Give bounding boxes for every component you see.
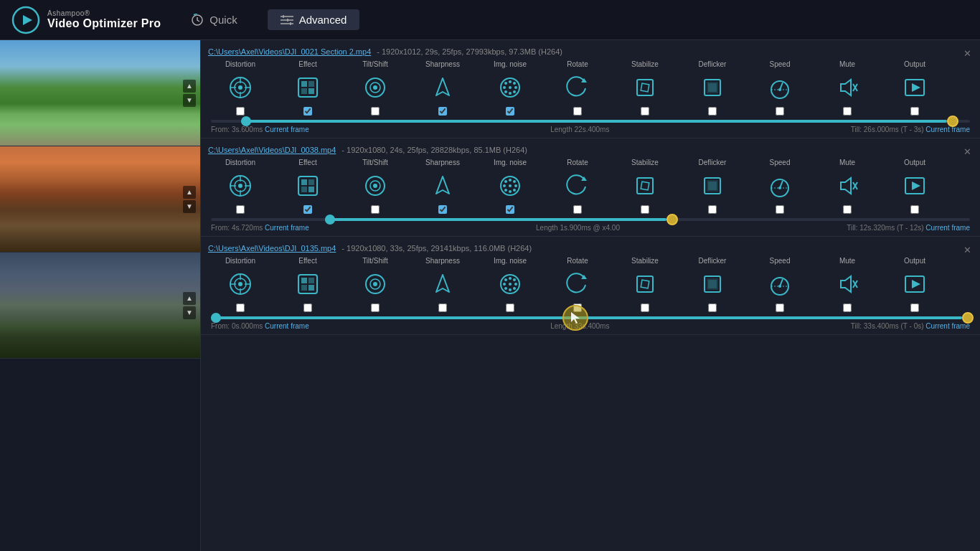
tool-check-sharpness-1[interactable] — [438, 107, 447, 116]
tool-icon-sharpness-3[interactable] — [421, 266, 464, 302]
tool-icon-output-2[interactable] — [893, 168, 936, 204]
slider-thumb-start-3[interactable] — [211, 313, 221, 323]
tool-icon-mute-3[interactable] — [826, 266, 869, 302]
tool-check-sharpness-2[interactable] — [438, 205, 447, 214]
tool-check-output-2[interactable] — [910, 205, 919, 214]
tool-check-stabilize-1[interactable] — [641, 107, 649, 116]
tool-icon-rotate-2[interactable] — [556, 168, 599, 204]
close-video-3[interactable]: ✕ — [961, 244, 973, 255]
tool-icon-deflicker-1[interactable] — [691, 70, 734, 105]
tool-icon-effect-1[interactable] — [286, 70, 329, 105]
slider-thumb-start-1[interactable] — [241, 116, 251, 126]
thumb-up-2[interactable]: ▲ — [183, 186, 196, 199]
tool-icon-rotate-3[interactable] — [556, 266, 599, 302]
tool-check-stabilize-2[interactable] — [641, 205, 649, 214]
till-frame-2[interactable]: Current frame — [925, 224, 970, 232]
tool-check-output-1[interactable] — [910, 107, 919, 116]
file-path-3[interactable]: C:\Users\Axel\Videos\DJI_0135.mp4 — [208, 244, 336, 253]
from-frame-1[interactable]: Current frame — [265, 126, 309, 133]
nav-quick[interactable]: Quick — [178, 9, 250, 31]
slider-track-2[interactable] — [211, 218, 970, 221]
slider-thumb-end-1[interactable] — [947, 116, 958, 127]
tool-icon-tilt_shift-2[interactable] — [354, 168, 397, 204]
thumb-down-1[interactable]: ▼ — [183, 94, 196, 107]
tool-check-tilt_shift-1[interactable] — [371, 107, 380, 116]
tool-icon-effect-2[interactable] — [286, 168, 329, 204]
tool-icon-distortion-3[interactable] — [219, 266, 262, 302]
tool-check-rotate-3[interactable] — [573, 303, 582, 312]
tool-icon-sharpness-2[interactable] — [421, 168, 464, 204]
tool-check-speed-1[interactable] — [776, 107, 784, 116]
close-video-2[interactable]: ✕ — [961, 146, 973, 157]
tool-icon-img_noise-2[interactable] — [489, 168, 532, 204]
tool-check-mute-3[interactable] — [843, 303, 852, 312]
tool-check-distortion-2[interactable] — [236, 205, 245, 214]
slider-thumb-end-3[interactable] — [962, 312, 974, 324]
tool-check-distortion-1[interactable] — [236, 107, 245, 116]
tool-check-img_noise-3[interactable] — [506, 303, 514, 312]
tool-check-distortion-3[interactable] — [236, 303, 245, 312]
tool-check-deflicker-2[interactable] — [708, 205, 717, 214]
tool-check-effect-2[interactable] — [303, 205, 312, 214]
from-frame-2[interactable]: Current frame — [265, 224, 309, 232]
tool-icon-output-1[interactable] — [893, 70, 936, 105]
file-path-1[interactable]: C:\Users\Axel\Videos\DJI_0021 Section 2.… — [208, 47, 371, 56]
tool-icon-output-3[interactable] — [893, 266, 936, 302]
tool-check-output-3[interactable] — [910, 303, 919, 312]
tool-icon-mute-2[interactable] — [826, 168, 869, 204]
thumb-up-1[interactable]: ▲ — [183, 80, 196, 93]
tool-icon-stabilize-3[interactable] — [623, 266, 666, 302]
tool-check-speed-2[interactable] — [776, 205, 784, 214]
tool-icon-rotate-1[interactable] — [556, 70, 599, 105]
tool-icon-mute-1[interactable] — [826, 70, 869, 105]
slider-track-1[interactable] — [211, 120, 970, 123]
logo-bottom: Video Optimizer Pro — [47, 17, 161, 30]
slider-track-3[interactable] — [211, 316, 970, 319]
tool-icon-distortion-1[interactable] — [219, 70, 262, 105]
tool-icon-sharpness-1[interactable] — [421, 70, 464, 105]
tool-check-rotate-1[interactable] — [573, 107, 582, 116]
tool-check-effect-1[interactable] — [303, 107, 312, 116]
tool-icon-deflicker-2[interactable] — [691, 168, 734, 204]
thumb-down-3[interactable]: ▼ — [183, 306, 196, 319]
till-frame-1[interactable]: Current frame — [925, 126, 970, 133]
file-path-2[interactable]: C:\Users\Axel\Videos\DJI_0038.mp4 — [208, 146, 336, 154]
tool-icon-img_noise-1[interactable] — [489, 70, 532, 105]
tool-icon-tilt_shift-1[interactable] — [354, 70, 397, 105]
close-video-1[interactable]: ✕ — [961, 47, 973, 59]
logo-text: Ashampoo® Video Optimizer Pro — [47, 9, 161, 30]
till-frame-3[interactable]: Current frame — [925, 322, 970, 330]
tool-check-tilt_shift-3[interactable] — [371, 303, 380, 312]
tool-check-mute-1[interactable] — [843, 107, 852, 116]
tool-icon-stabilize-1[interactable] — [623, 70, 666, 105]
tool-icon-distortion-2[interactable] — [219, 168, 262, 204]
tool-icon-effect-3[interactable] — [286, 266, 329, 302]
thumb-down-2[interactable]: ▼ — [183, 200, 196, 213]
tool-icon-speed-2[interactable] — [758, 168, 801, 204]
from-frame-3[interactable]: Current frame — [265, 322, 309, 330]
tool-check-stabilize-3[interactable] — [641, 303, 649, 312]
tool-check-deflicker-3[interactable] — [708, 303, 717, 312]
tool-icon-speed-1[interactable] — [758, 70, 801, 105]
thumb-up-3[interactable]: ▲ — [183, 292, 196, 305]
tool-check-deflicker-1[interactable] — [708, 107, 717, 116]
tool-check-speed-3[interactable] — [776, 303, 784, 312]
slider-thumb-start-2[interactable] — [325, 215, 335, 225]
tool-check-tilt_shift-2[interactable] — [371, 205, 380, 214]
nav-advanced[interactable]: Advanced — [268, 9, 360, 30]
svg-point-107 — [509, 277, 512, 280]
tool-icon-speed-3[interactable] — [758, 266, 801, 302]
tool-icon-img_noise-3[interactable] — [489, 266, 532, 302]
tool-icon-tilt_shift-3[interactable] — [354, 266, 397, 302]
tool-icon-stabilize-2[interactable] — [623, 168, 666, 204]
tool-check-effect-3[interactable] — [303, 303, 312, 312]
file-info-2: - 1920x1080, 24s, 25fps, 28828kbps, 85.1… — [341, 146, 527, 154]
tool-icon-deflicker-3[interactable] — [691, 266, 734, 302]
file-info-1: - 1920x1012, 29s, 25fps, 27993kbps, 97.3… — [377, 47, 562, 56]
tool-check-mute-2[interactable] — [843, 205, 852, 214]
tool-check-sharpness-3[interactable] — [438, 303, 447, 312]
tool-check-img_noise-1[interactable] — [506, 107, 514, 116]
tool-check-rotate-2[interactable] — [573, 205, 582, 214]
slider-thumb-end-2[interactable] — [666, 214, 678, 225]
tool-check-img_noise-2[interactable] — [506, 205, 514, 214]
